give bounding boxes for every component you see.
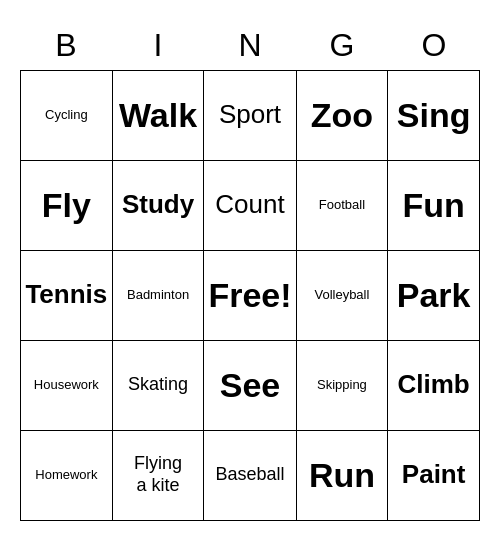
- cell-text-0-0: Cycling: [45, 107, 88, 123]
- bingo-grid: CyclingWalkSportZooSingFlyStudyCountFoot…: [20, 70, 480, 521]
- cell-text-4-4: Paint: [402, 459, 466, 490]
- cell-text-1-3: Football: [319, 197, 365, 213]
- cell-2-1: Badminton: [113, 251, 205, 341]
- cell-1-3: Football: [297, 161, 389, 251]
- cell-4-0: Homework: [21, 431, 113, 521]
- cell-text-4-3: Run: [309, 455, 375, 496]
- cell-2-3: Volleyball: [297, 251, 389, 341]
- cell-0-3: Zoo: [297, 71, 389, 161]
- cell-text-2-1: Badminton: [127, 287, 189, 303]
- cell-1-0: Fly: [21, 161, 113, 251]
- cell-1-2: Count: [204, 161, 296, 251]
- cell-text-1-4: Fun: [402, 185, 464, 226]
- cell-text-2-2: Free!: [208, 275, 291, 316]
- cell-text-2-3: Volleyball: [314, 287, 369, 303]
- cell-text-0-1: Walk: [119, 95, 197, 136]
- cell-text-1-1: Study: [122, 189, 194, 220]
- cell-text-0-4: Sing: [397, 95, 471, 136]
- header-letter-B: B: [20, 24, 112, 68]
- cell-4-3: Run: [297, 431, 389, 521]
- cell-text-3-0: Housework: [34, 377, 99, 393]
- cell-2-4: Park: [388, 251, 480, 341]
- cell-text-2-4: Park: [397, 275, 471, 316]
- cell-2-2: Free!: [204, 251, 296, 341]
- cell-text-4-2: Baseball: [215, 464, 284, 486]
- cell-text-1-0: Fly: [42, 185, 91, 226]
- cell-0-4: Sing: [388, 71, 480, 161]
- cell-3-3: Skipping: [297, 341, 389, 431]
- cell-text-4-0: Homework: [35, 467, 97, 483]
- cell-text-3-3: Skipping: [317, 377, 367, 393]
- cell-3-4: Climb: [388, 341, 480, 431]
- cell-text-2-0: Tennis: [25, 279, 107, 310]
- cell-2-0: Tennis: [21, 251, 113, 341]
- cell-4-4: Paint: [388, 431, 480, 521]
- cell-1-4: Fun: [388, 161, 480, 251]
- cell-0-0: Cycling: [21, 71, 113, 161]
- cell-3-2: See: [204, 341, 296, 431]
- header-letter-O: O: [388, 24, 480, 68]
- cell-4-2: Baseball: [204, 431, 296, 521]
- cell-3-1: Skating: [113, 341, 205, 431]
- cell-3-0: Housework: [21, 341, 113, 431]
- header-letter-G: G: [296, 24, 388, 68]
- cell-text-0-2: Sport: [219, 99, 281, 130]
- cell-1-1: Study: [113, 161, 205, 251]
- cell-text-0-3: Zoo: [311, 95, 373, 136]
- bingo-header: BINGO: [20, 24, 480, 68]
- cell-text-3-4: Climb: [398, 369, 470, 400]
- cell-text-1-2: Count: [215, 189, 284, 220]
- cell-text-3-2: See: [220, 365, 281, 406]
- cell-text-3-1: Skating: [128, 374, 188, 396]
- header-letter-I: I: [112, 24, 204, 68]
- bingo-card: BINGO CyclingWalkSportZooSingFlyStudyCou…: [20, 24, 480, 521]
- cell-0-1: Walk: [113, 71, 205, 161]
- cell-0-2: Sport: [204, 71, 296, 161]
- cell-text-4-1: Flyinga kite: [134, 453, 182, 496]
- cell-4-1: Flyinga kite: [113, 431, 205, 521]
- header-letter-N: N: [204, 24, 296, 68]
